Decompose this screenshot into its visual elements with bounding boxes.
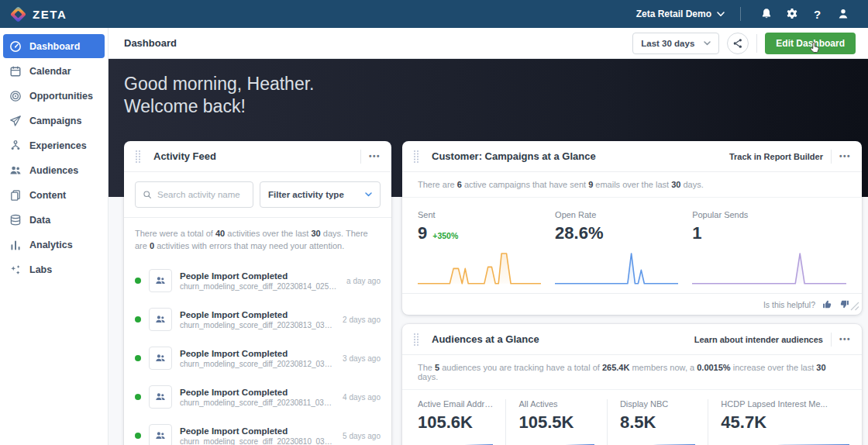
zeta-logo[interactable]: ZETA bbox=[12, 8, 67, 21]
audiences-card: Audiences at a Glance Learn about intend… bbox=[402, 324, 862, 445]
card-menu-button[interactable]: ••• bbox=[839, 335, 851, 343]
activity-item[interactable]: People Import Completed churn_modeling_s… bbox=[135, 300, 381, 339]
share-button[interactable] bbox=[727, 33, 749, 54]
sidebar-item-labs[interactable]: Labs bbox=[3, 257, 105, 281]
chevron-down-icon bbox=[704, 41, 711, 46]
gear-icon bbox=[786, 8, 798, 20]
sidebar-item-calendar[interactable]: Calendar bbox=[3, 59, 105, 83]
thumbs-down-button[interactable] bbox=[839, 299, 849, 309]
card-title: Activity Feed bbox=[153, 150, 216, 162]
page-header: Dashboard Last 30 days Edit Dashboard bbox=[108, 28, 868, 59]
sidebar-item-content[interactable]: Content bbox=[3, 183, 105, 207]
activity-subtitle: churn_modeling_score_diff_20230810_03102… bbox=[180, 437, 335, 445]
sidebar-nav: Dashboard Calendar Opportunities Campaig… bbox=[0, 28, 108, 445]
activity-search bbox=[135, 181, 253, 208]
header-separator bbox=[360, 150, 361, 164]
card-menu-button[interactable]: ••• bbox=[839, 152, 851, 160]
sidebar-item-label: Dashboard bbox=[29, 41, 80, 52]
user-icon bbox=[837, 8, 849, 20]
drag-handle-icon[interactable] bbox=[413, 150, 419, 164]
notifications-button[interactable] bbox=[753, 0, 779, 28]
header-divider bbox=[756, 34, 757, 53]
metric-label: Popular Sends bbox=[692, 210, 846, 219]
drag-handle-icon[interactable] bbox=[135, 150, 141, 164]
people-icon bbox=[149, 269, 172, 292]
settings-button[interactable] bbox=[779, 0, 804, 28]
metric-value: 28.6% bbox=[555, 223, 603, 243]
metric-popular-sends: Popular Sends 1 bbox=[692, 210, 846, 285]
activity-subtitle: churn_modeling_score_diff_20230814_02595… bbox=[180, 282, 339, 291]
activity-title: People Import Completed bbox=[180, 388, 335, 397]
activity-item[interactable]: People Import Completed churn_modeling_s… bbox=[135, 339, 381, 378]
activity-item[interactable]: People Import Completed churn_modeling_s… bbox=[135, 261, 381, 300]
audience-metric: HCDP Lapsed Interest Me... 45.7K bbox=[708, 399, 862, 445]
sparkles-icon bbox=[9, 264, 22, 276]
sidebar-item-label: Calendar bbox=[29, 66, 71, 77]
metric-delta: +350% bbox=[432, 231, 458, 240]
activity-title: People Import Completed bbox=[180, 271, 339, 281]
documents-icon bbox=[9, 189, 22, 202]
people-icon bbox=[149, 424, 172, 445]
activity-title: People Import Completed bbox=[180, 426, 335, 436]
user-button[interactable] bbox=[830, 0, 856, 28]
activity-title: People Import Completed bbox=[180, 349, 335, 358]
sidebar-item-campaigns[interactable]: Campaigns bbox=[3, 109, 105, 133]
sidebar-item-analytics[interactable]: Analytics bbox=[3, 233, 105, 257]
audience-value: 105.5K bbox=[518, 412, 594, 433]
status-dot bbox=[135, 278, 141, 284]
greeting-text: Good morning, Heather. Welcome back! bbox=[124, 73, 314, 118]
account-menu[interactable]: Zeta Retail Demo bbox=[636, 9, 725, 19]
activity-time: 5 days ago bbox=[343, 432, 381, 440]
metric-label: Sent bbox=[418, 210, 541, 219]
audience-area-chart bbox=[518, 442, 594, 445]
header-separator bbox=[831, 150, 832, 164]
status-dot bbox=[135, 316, 141, 323]
drag-handle-icon[interactable] bbox=[413, 333, 419, 347]
metric-value: 1 bbox=[692, 223, 701, 243]
resize-handle[interactable] bbox=[849, 301, 859, 312]
campaigns-card: Customer: Campaigns at a Glance Track in… bbox=[402, 141, 862, 315]
card-title: Audiences at a Glance bbox=[432, 333, 539, 345]
navbar-divider bbox=[740, 7, 741, 21]
people-icon bbox=[149, 347, 172, 370]
sidebar-item-opportunities[interactable]: Opportunities bbox=[3, 84, 105, 108]
learn-about-intender-audiences-link[interactable]: Learn about intender audiences bbox=[694, 335, 823, 344]
open-rate-sparkline bbox=[555, 251, 678, 285]
sidebar-item-dashboard[interactable]: Dashboard bbox=[3, 34, 105, 58]
sidebar-item-experiences[interactable]: Experiences bbox=[3, 133, 105, 157]
activity-type-filter[interactable]: Filter activity type bbox=[260, 181, 381, 208]
thumbs-up-button[interactable] bbox=[822, 299, 832, 309]
metric-open-rate: Open Rate 28.6% bbox=[555, 210, 692, 285]
sidebar-item-label: Campaigns bbox=[29, 116, 81, 126]
people-icon bbox=[9, 164, 22, 177]
sidebar-item-audiences[interactable]: Audiences bbox=[3, 158, 105, 182]
card-menu-button[interactable]: ••• bbox=[369, 152, 381, 160]
sidebar-item-label: Opportunities bbox=[29, 91, 93, 102]
audience-area-chart bbox=[721, 442, 849, 445]
date-range-select[interactable]: Last 30 days bbox=[632, 33, 719, 54]
activity-subtitle: churn_modeling_score_diff_20230811_03010… bbox=[180, 398, 335, 407]
greeting-line1: Good morning, Heather. bbox=[124, 73, 314, 95]
calendar-icon bbox=[9, 65, 22, 78]
people-icon bbox=[149, 308, 172, 331]
audiences-summary: The 5 audiences you are tracking have a … bbox=[402, 355, 862, 390]
track-in-report-builder-link[interactable]: Track in Report Builder bbox=[729, 152, 823, 161]
help-button[interactable]: ? bbox=[804, 0, 830, 28]
status-dot bbox=[135, 394, 141, 400]
paper-plane-icon bbox=[9, 115, 22, 127]
audience-area-chart bbox=[418, 442, 493, 445]
search-input[interactable] bbox=[157, 190, 246, 199]
activity-item[interactable]: People Import Completed churn_modeling_s… bbox=[135, 378, 381, 416]
chevron-down-icon bbox=[365, 192, 372, 197]
activity-item[interactable]: People Import Completed churn_modeling_s… bbox=[135, 416, 381, 445]
greeting-line2: Welcome back! bbox=[124, 95, 314, 118]
audience-metric: Active Email Address 105.6K bbox=[402, 399, 505, 445]
activity-summary: There were a total of 40 activities over… bbox=[124, 218, 391, 258]
helpful-label: Is this helpful? bbox=[763, 300, 815, 309]
activity-time: 4 days ago bbox=[343, 393, 381, 402]
activity-time: 2 days ago bbox=[343, 316, 381, 324]
edit-dashboard-button[interactable]: Edit Dashboard bbox=[765, 33, 856, 54]
people-icon bbox=[149, 385, 172, 409]
audience-value: 8.5K bbox=[620, 412, 695, 433]
sidebar-item-data[interactable]: Data bbox=[3, 208, 105, 232]
